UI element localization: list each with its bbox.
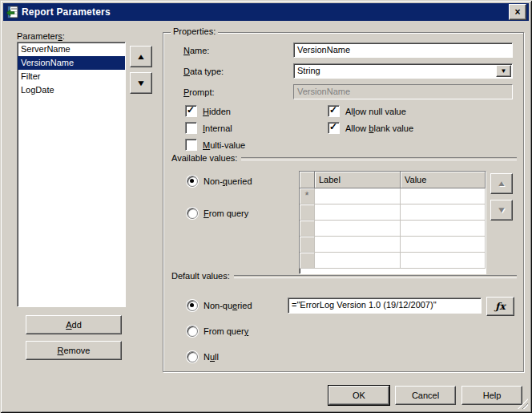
available-values-label: Available values: (171, 153, 237, 163)
data-type-label: Data type: (183, 67, 224, 76)
window-title: Report Parameters (22, 6, 111, 18)
default-from-query-radio[interactable]: From query (187, 326, 248, 337)
titlebar: Report Parameters × (3, 3, 529, 21)
down-arrow-icon: ▼ (497, 206, 506, 214)
parameter-list-item[interactable]: ServerName (18, 43, 125, 56)
internal-checkbox[interactable]: Internal (185, 122, 232, 134)
properties-group: Properties: Name: VersionName Data type:… (163, 32, 524, 372)
fx-icon: ƒx (495, 301, 505, 312)
grid-empty-row[interactable] (300, 253, 486, 269)
cancel-button[interactable]: Cancel (395, 386, 456, 405)
report-icon (6, 6, 18, 18)
default-values-section: Default values: (171, 271, 517, 281)
available-non-queried-radio[interactable]: Non-queried (187, 176, 252, 187)
grid-empty-row[interactable] (300, 221, 486, 237)
parameter-list-item[interactable]: Filter (18, 70, 125, 83)
report-parameters-dialog: Report Parameters × Parameters: ServerNa… (0, 0, 532, 413)
available-values-section: Available values: (171, 153, 517, 163)
grid-empty-row[interactable] (300, 204, 486, 221)
parameter-list-item[interactable]: LogDate (18, 83, 125, 97)
close-icon[interactable]: × (509, 4, 526, 20)
up-arrow-icon: ▲ (497, 180, 506, 188)
name-label: Name: (183, 46, 209, 55)
default-null-radio[interactable]: Null (187, 351, 219, 362)
grid-header-label: Label (315, 172, 401, 188)
parameters-label: Parameters: (17, 31, 65, 41)
remove-button[interactable]: Remove (26, 341, 122, 360)
allow-blank-value-checkbox[interactable]: Allow blank value (328, 122, 413, 134)
grid-new-row[interactable]: * (300, 188, 486, 204)
parameter-list-item[interactable]: VersionName (18, 56, 125, 70)
down-arrow-icon: ▼ (136, 79, 146, 87)
data-type-select[interactable]: String ▼ (293, 63, 513, 79)
help-button[interactable]: Help (461, 386, 522, 405)
dropdown-arrow-icon[interactable]: ▼ (496, 65, 511, 77)
hidden-checkbox[interactable]: Hidden (185, 105, 231, 117)
move-value-up-button[interactable]: ▲ (490, 173, 513, 194)
ok-button[interactable]: OK (328, 386, 389, 405)
default-non-queried-radio[interactable]: Non-queried (187, 300, 252, 311)
add-button[interactable]: Add (26, 315, 122, 334)
available-from-query-radio[interactable]: From query (187, 208, 248, 219)
default-values-label: Default values: (171, 271, 230, 281)
expression-fx-button[interactable]: ƒx (486, 297, 514, 316)
default-value-input[interactable]: ="ErrorLog Version 1.0 (19/12/2007)" (288, 298, 482, 314)
move-value-down-button[interactable]: ▼ (490, 200, 513, 221)
allow-null-value-checkbox[interactable]: Allow null value (328, 105, 406, 117)
grid-empty-row[interactable] (300, 237, 486, 253)
new-row-marker-icon: * (300, 188, 315, 204)
prompt-label: Prompt: (183, 87, 215, 97)
multi-value-checkbox[interactable]: Multi-value (185, 139, 245, 151)
properties-group-label: Properties: (171, 26, 218, 36)
parameter-list[interactable]: ServerNameVersionNameFilterLogDate (17, 42, 126, 307)
name-input[interactable]: VersionName (293, 43, 513, 58)
available-values-grid[interactable]: Label Value * (299, 171, 486, 274)
move-parameter-up-button[interactable]: ▲ (130, 46, 152, 67)
up-arrow-icon: ▲ (136, 53, 146, 61)
grid-corner-cell (300, 172, 315, 188)
prompt-input: VersionName (293, 84, 513, 99)
move-parameter-down-button[interactable]: ▼ (130, 72, 152, 94)
grid-header-value: Value (401, 172, 486, 188)
grid-header-row: Label Value (300, 172, 486, 188)
